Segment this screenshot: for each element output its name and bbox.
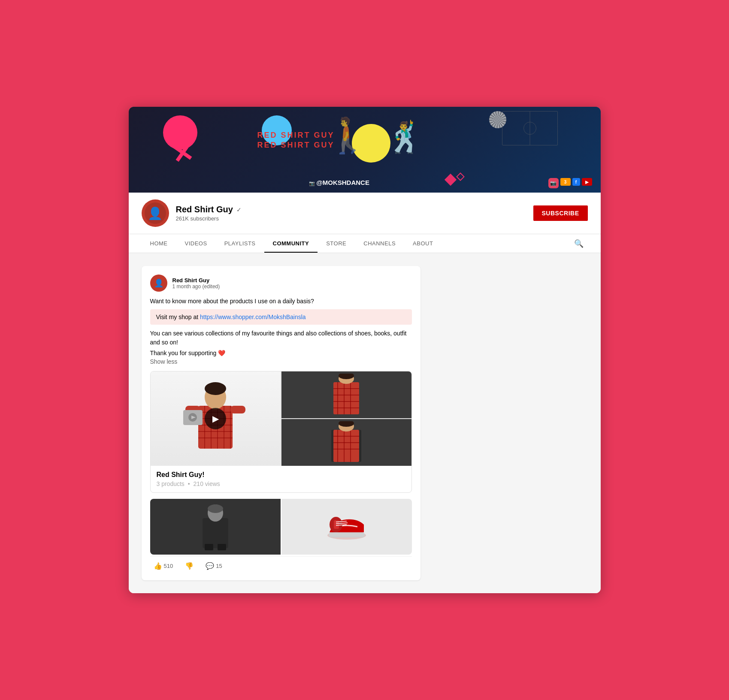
nav-home[interactable]: HOME	[142, 234, 176, 253]
verified-badge: ✓	[236, 206, 242, 213]
product-meta: 3 products • 210 views	[157, 480, 405, 487]
thumbs-down-icon: 👎	[185, 562, 194, 570]
nav-about[interactable]: ABOUT	[404, 234, 442, 253]
banner-court-outline	[502, 111, 558, 145]
post-author-name: Red Shirt Guy	[172, 277, 220, 284]
person-bw-svg	[198, 501, 233, 552]
second-post-preview	[150, 499, 412, 555]
like-count: 510	[164, 563, 173, 569]
svg-rect-52	[329, 533, 365, 537]
post-link[interactable]: https://www.shopper.com/MokshBainsla	[200, 314, 306, 320]
product-images-grid: ▶	[151, 371, 411, 466]
product-views: 210 views	[194, 480, 220, 487]
product-side-image-2	[281, 419, 411, 466]
browser-frame: ✕ RED SHIRT GUY RED SHIRT GUY 📷 @MOKSHDA…	[129, 107, 601, 593]
instagram-icon: 📷	[548, 178, 559, 188]
channel-navigation: HOME VIDEOS PLAYLISTS COMMUNITY STORE CH…	[129, 234, 601, 253]
search-icon[interactable]: 🔍	[570, 235, 588, 253]
product-title: Red Shirt Guy!	[157, 471, 405, 479]
post-thanks: Thank you for supporting ❤️	[150, 350, 412, 356]
product-dot: •	[188, 480, 192, 487]
post-actions: 👍 510 👎 💬 15	[150, 556, 412, 572]
post-header: 👤 Red Shirt Guy 1 month ago (edited)	[150, 275, 412, 292]
post-meta: Red Shirt Guy 1 month ago (edited)	[172, 277, 220, 290]
banner-figure-walking: 🚶	[326, 115, 369, 156]
youtube-icon: ▶	[582, 178, 592, 186]
svg-rect-43	[205, 544, 213, 550]
nav-videos[interactable]: VIDEOS	[176, 234, 216, 253]
play-button-overlay[interactable]: ▶	[205, 408, 226, 429]
youtube-sub-icon: 3	[560, 178, 571, 186]
facebook-icon: f	[572, 178, 580, 186]
nav-community[interactable]: COMMUNITY	[264, 234, 318, 253]
channel-banner: ✕ RED SHIRT GUY RED SHIRT GUY 📷 @MOKSHDA…	[129, 107, 601, 193]
shirt-side-svg-1	[329, 374, 363, 416]
banner-brand-text: RED SHIRT GUY RED SHIRT GUY	[257, 130, 335, 151]
banner-x-shape: ✕	[169, 139, 195, 169]
svg-point-42	[208, 504, 223, 513]
comment-count: 15	[216, 563, 222, 569]
second-img-person	[150, 499, 281, 555]
channel-subscribers: 261K subscribers	[176, 215, 526, 222]
nav-channels[interactable]: CHANNELS	[355, 234, 404, 253]
banner-diamond-1	[444, 174, 456, 186]
content-area: 👤 Red Shirt Guy 1 month ago (edited) Wan…	[129, 253, 601, 593]
banner-figure-dancing: 🕺	[386, 120, 423, 155]
post-link-prefix: Visit my shop at	[156, 314, 200, 320]
svg-rect-44	[218, 544, 226, 550]
product-side-image-1	[281, 371, 411, 418]
shoe-svg	[325, 512, 368, 542]
community-post: 👤 Red Shirt Guy 1 month ago (edited) Wan…	[142, 266, 420, 580]
channel-info: Red Shirt Guy ✓ 261K subscribers	[176, 205, 526, 222]
post-author-avatar: 👤	[150, 275, 167, 292]
like-button[interactable]: 👍 510	[150, 560, 177, 572]
product-card-info: Red Shirt Guy! 3 products • 210 views	[151, 466, 411, 492]
channel-header: 👤 Red Shirt Guy ✓ 261K subscribers SUBSC…	[129, 193, 601, 234]
banner-instagram-handle: 📷 @MOKSHDANCE	[309, 179, 369, 186]
comment-icon: 💬	[206, 562, 214, 570]
banner-social-icons: 📷 3 f ▶	[548, 178, 592, 188]
shirt-side-svg-2	[329, 421, 363, 464]
thumbs-up-icon: 👍	[154, 562, 162, 570]
svg-rect-40	[203, 518, 228, 548]
avatar-image: 👤	[145, 202, 166, 224]
post-description: You can see various collections of my fa…	[150, 329, 412, 347]
show-less-button[interactable]: Show less	[150, 358, 412, 365]
nav-playlists[interactable]: PLAYLISTS	[216, 234, 264, 253]
second-img-shoe	[281, 499, 412, 555]
subscribe-button[interactable]: SUBSCRIBE	[533, 205, 588, 221]
banner-disco-ball	[489, 111, 506, 128]
post-link-box: Visit my shop at https://www.shopper.com…	[150, 309, 412, 325]
svg-rect-14	[230, 406, 245, 413]
product-card[interactable]: ▶	[150, 371, 412, 493]
channel-avatar: 👤	[142, 199, 169, 227]
product-main-image: ▶	[151, 371, 281, 466]
channel-name-row: Red Shirt Guy ✓	[176, 205, 526, 214]
dislike-button[interactable]: 👎	[181, 560, 197, 572]
svg-point-12	[205, 382, 226, 395]
product-count: 3 products	[157, 480, 185, 487]
post-question: Want to know more about the products I u…	[150, 297, 412, 306]
post-timestamp: 1 month ago (edited)	[172, 284, 220, 290]
channel-name: Red Shirt Guy	[176, 205, 233, 214]
comment-button[interactable]: 💬 15	[202, 560, 225, 572]
banner-diamond-2	[456, 172, 465, 181]
nav-store[interactable]: STORE	[318, 234, 355, 253]
